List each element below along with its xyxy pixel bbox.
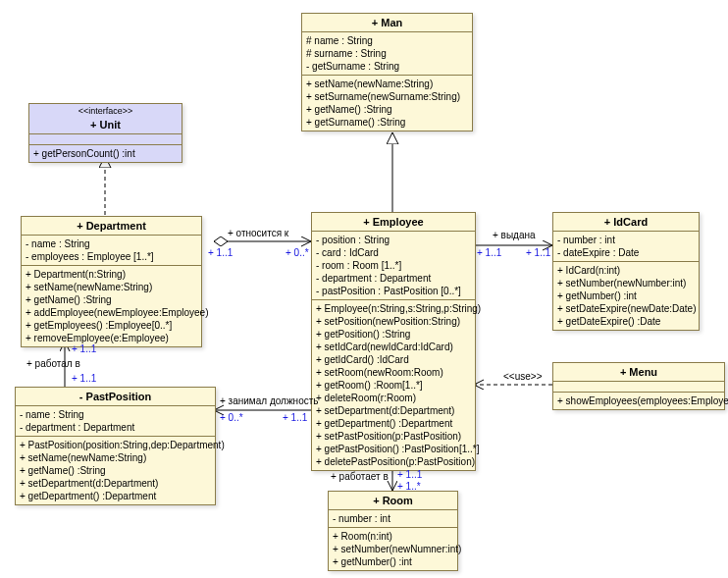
attrs: # name : String# surname : String- getSu…	[302, 32, 472, 76]
member-row: - department : Department	[20, 421, 211, 434]
mult: + 1..1	[526, 247, 550, 258]
mult: + 1..*	[397, 481, 421, 492]
class-employee: + Employee - position : String- card : I…	[311, 212, 476, 471]
class-title: + Menu	[553, 363, 724, 382]
member-row: # surname : String	[306, 47, 468, 60]
member-row: + Room(n:int)	[333, 530, 453, 543]
member-row: + addEmployee(newEmployee:Employee)	[26, 306, 197, 319]
class-room: + Room - number : int + Room(n:int)+ set…	[328, 491, 458, 571]
member-row: + setPosition(newPosition:String)	[316, 315, 471, 328]
member-row: + getName() :String	[20, 464, 211, 477]
member-row: + getDepartment() :Department	[316, 417, 471, 430]
member-row: + Employee(n:String,s:String,p:String)	[316, 302, 471, 315]
member-row: + setNumber(newNumber:int)	[557, 277, 695, 289]
member-row: + setSurname(newSurname:String)	[306, 90, 468, 103]
member-row: - position : String	[316, 234, 471, 246]
class-unit: <<interface>> + Unit + getPersonCount() …	[28, 103, 182, 163]
class-menu: + Menu + showEmployees(employees:Employe…	[552, 362, 725, 410]
class-title: - PastPosition	[16, 388, 215, 406]
mult: + 1..1	[72, 373, 96, 384]
member-row: + setName(newName:String)	[26, 281, 197, 293]
mult: + 1..1	[283, 412, 307, 423]
attrs: - name : String- employees : Employee [1…	[22, 236, 201, 266]
member-row: + showEmployees(employees:Employee[0..*]…	[557, 394, 720, 407]
assoc-label-issued: + выдана	[493, 230, 536, 240]
class-title: + Man	[302, 14, 472, 32]
class-idcard: + IdCard - number : int- dateExpire : Da…	[552, 212, 700, 331]
member-row: + removeEmployee(e:Employee)	[26, 332, 197, 344]
mult: + 1..1	[72, 343, 96, 354]
member-row: - number : int	[333, 512, 453, 525]
class-title: + Department	[22, 217, 201, 236]
member-row: + setDateExpire(newDate:Date)	[557, 302, 695, 315]
mult: + 0..*	[286, 247, 309, 258]
class-title: + Employee	[312, 213, 475, 232]
member-row: + getNumber() :int	[557, 289, 695, 302]
ops: + setName(newName:String)+ setSurname(ne…	[302, 76, 472, 131]
mult: + 0..*	[220, 412, 243, 423]
mult: + 1..1	[208, 247, 233, 258]
assoc-label-use: <<use>>	[503, 371, 542, 382]
member-row: + getPosition() :String	[316, 328, 471, 341]
member-row: + setRoom(newRoom:Room)	[316, 366, 471, 379]
member-row: + setPastPosition(p:PastPosition)	[316, 430, 471, 443]
ops: + IdCard(n:int)+ setNumber(newNumber:int…	[553, 262, 699, 330]
member-row: + getName() :String	[26, 293, 197, 306]
member-row: - employees : Employee [1..*]	[26, 250, 197, 263]
assoc-label-works: + работает в	[331, 471, 389, 482]
member-row: + deletePastPosition(p:PastPosition)	[316, 455, 471, 468]
member-row: # name : String	[306, 34, 468, 47]
attrs: - position : String- card : IdCard- room…	[312, 232, 475, 300]
member-row: + getIdCard() :IdCard	[316, 353, 471, 366]
assoc-label-relates: + относится к	[228, 228, 288, 238]
class-title: + Unit	[29, 116, 182, 134]
member-row: + getDateExpire() :Date	[557, 315, 695, 328]
member-row: - card : IdCard	[316, 246, 471, 259]
member-row: - pastPosition : PastPosition [0..*]	[316, 285, 471, 297]
attrs: - name : String- department : Department	[16, 406, 215, 437]
ops: + Employee(n:String,s:String,p:String)+ …	[312, 300, 475, 470]
member-row: + setDepartment(d:Department)	[316, 404, 471, 417]
ops: + Department(n:String)+ setName(newName:…	[22, 266, 201, 346]
ops: + Room(n:int)+ setNumber(newNumner:int)+…	[329, 528, 457, 570]
stereotype: <<interface>>	[29, 104, 182, 116]
member-row: + getRoom() :Room[1..*]	[316, 379, 471, 392]
member-row: + Department(n:String)	[26, 268, 197, 281]
member-row: - department : Department	[316, 272, 471, 285]
assoc-label-held: + занимал должность	[220, 395, 319, 406]
member-row: - getSurname : String	[306, 60, 468, 73]
member-row: + setDepartment(d:Department)	[20, 477, 211, 490]
member-row: + deleteRoom(r:Room)	[316, 392, 471, 404]
member-row: + IdCard(n:int)	[557, 264, 695, 277]
mult: + 1..1	[397, 469, 422, 480]
class-man: + Man # name : String# surname : String-…	[301, 13, 473, 131]
attrs: - number : int- dateExpire : Date	[553, 232, 699, 262]
member-row: + setName(newName:String)	[306, 78, 468, 90]
assoc-label-worked: + работал в	[26, 358, 80, 369]
member-row: + getSurname() :String	[306, 116, 468, 129]
member-row: + getEmployees() :Employee[0..*]	[26, 319, 197, 332]
ops: + getPersonCount() :int	[29, 145, 182, 162]
member-row: - dateExpire : Date	[557, 246, 695, 259]
member-row: + getPersonCount() :int	[33, 147, 178, 160]
member-row: - name : String	[20, 408, 211, 421]
member-row: + setName(newName:String)	[20, 451, 211, 464]
member-row: + getDepartment() :Department	[20, 490, 211, 502]
mult: + 1..1	[477, 247, 501, 258]
class-pastposition: - PastPosition - name : String- departme…	[15, 387, 216, 505]
ops: + PastPosition(position:String,dep:Depar…	[16, 437, 215, 504]
attrs: - number : int	[329, 510, 457, 528]
member-row: + getPastPosition() :PastPosition[1..*]	[316, 443, 471, 455]
class-title: + Room	[329, 492, 457, 510]
member-row: + setNumber(newNumner:int)	[333, 543, 453, 555]
member-row: - name : String	[26, 237, 197, 250]
member-row: + PastPosition(position:String,dep:Depar…	[20, 439, 211, 451]
class-department: + Department - name : String- employees …	[21, 216, 202, 347]
member-row: + getName() :String	[306, 103, 468, 116]
class-title: + IdCard	[553, 213, 699, 232]
member-row: + getNumber() :int	[333, 555, 453, 568]
member-row: + setIdCard(newIdCard:IdCard)	[316, 341, 471, 353]
ops: + showEmployees(employees:Employee[0..*]…	[553, 393, 724, 409]
member-row: - room : Room [1..*]	[316, 259, 471, 272]
member-row: - number : int	[557, 234, 695, 246]
